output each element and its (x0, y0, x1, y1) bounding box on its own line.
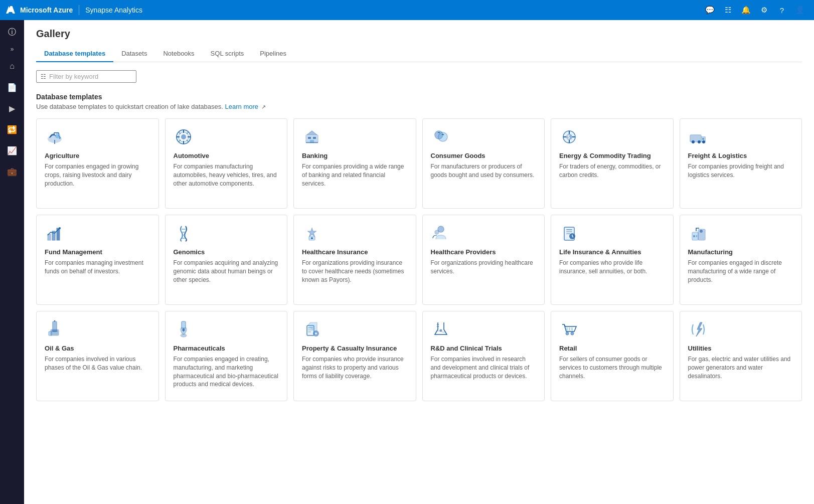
freight-desc: For companies providing freight and logi… (688, 162, 794, 180)
agriculture-desc: For companies engaged in growing crops, … (45, 162, 150, 188)
account-icon[interactable]: 👤 (792, 2, 808, 18)
manufacturing-desc: For companies engaged in discrete manufa… (688, 259, 794, 284)
sidebar-item-data[interactable]: 📄 (2, 77, 22, 97)
help-icon[interactable]: ? (774, 2, 790, 18)
azure-logo-icon (6, 6, 15, 15)
learn-more-link[interactable]: Learn more (225, 103, 258, 110)
svg-point-70 (439, 329, 442, 332)
topbar-divider (79, 5, 79, 15)
rd-clinical-desc: For companies involved in research and d… (431, 355, 537, 380)
tab-sql-scripts[interactable]: SQL scripts (203, 46, 252, 62)
sidebar-item-manage[interactable]: 💼 (2, 161, 22, 182)
svg-point-25 (698, 140, 701, 143)
agriculture-icon (45, 127, 65, 147)
healthcare-providers-icon (431, 223, 451, 243)
brand-name: Microsoft Azure (20, 6, 73, 14)
svg-text:$: $ (567, 134, 570, 140)
sidebar-item-integrate[interactable]: 🔁 (2, 119, 22, 139)
filter-input[interactable] (49, 73, 132, 80)
section-description: Use database templates to quickstart cre… (36, 103, 802, 110)
automotive-desc: For companies manufacturing automobiles,… (174, 162, 279, 188)
settings-icon[interactable]: ⚙ (756, 2, 772, 18)
template-card-consumer-goods[interactable]: Consumer Goods For manufacturers or prod… (422, 118, 545, 209)
layout: ⓘ » ⌂ 📄 ▶ 🔁 📈 💼 Gallery Database templat… (0, 20, 814, 504)
life-insurance-title: Life Insurance & Annuities (559, 248, 665, 256)
svg-point-40 (435, 230, 439, 234)
topbar-icons: 💬 ☷ 🔔 ⚙ ? 👤 (702, 2, 808, 18)
svg-rect-51 (693, 235, 695, 237)
oil-gas-title: Oil & Gas (45, 345, 150, 352)
sidebar-expand[interactable]: » (2, 43, 22, 55)
svg-point-50 (700, 230, 703, 233)
sidebar-item-develop[interactable]: ▶ (2, 98, 22, 118)
svg-rect-73 (566, 327, 568, 330)
svg-rect-63 (308, 329, 313, 330)
automotive-title: Automotive (174, 152, 279, 159)
template-card-life-insurance[interactable]: Life Insurance & Annuities For companies… (551, 215, 674, 305)
life-insurance-desc: For companies who provide life insurance… (559, 259, 665, 276)
template-card-property-casualty[interactable]: Property & Casualty Insurance For compan… (293, 311, 416, 401)
svg-rect-75 (571, 327, 573, 330)
svg-point-24 (692, 140, 695, 143)
template-card-rd-clinical[interactable]: R&D and Clinical Trials For companies in… (422, 311, 545, 401)
fund-management-icon (45, 223, 65, 243)
template-card-banking[interactable]: Banking For companies providing a wide r… (293, 118, 416, 209)
rd-clinical-title: R&D and Clinical Trials (431, 345, 537, 352)
topbar-product: Synapse Analytics (85, 6, 142, 14)
property-casualty-icon (302, 319, 322, 340)
svg-rect-64 (308, 331, 311, 332)
template-card-pharmaceuticals[interactable]: Pharmaceuticals For companies engaged in… (165, 311, 288, 401)
template-card-utilities[interactable]: Utilities For gas, electric and water ut… (680, 311, 802, 401)
template-card-genomics[interactable]: Genomics For companies acquiring and ana… (165, 215, 288, 305)
filter-icon: ☷ (41, 73, 46, 80)
healthcare-providers-title: Healthcare Providers (431, 248, 537, 256)
banking-desc: For companies providing a wide range of … (302, 162, 408, 188)
utilities-desc: For gas, electric and water utilities an… (688, 355, 794, 380)
template-card-retail[interactable]: Retail For sellers of consumer goods or … (551, 311, 674, 401)
svg-rect-57 (182, 321, 186, 328)
template-card-agriculture[interactable]: Agriculture For companies engaged in gro… (36, 118, 159, 209)
svg-rect-52 (696, 235, 697, 237)
pharmaceuticals-icon (174, 319, 194, 340)
sidebar-item-monitor[interactable]: 📈 (2, 140, 22, 160)
tab-pipelines[interactable]: Pipelines (252, 46, 294, 62)
svg-rect-74 (569, 327, 570, 330)
tab-notebooks[interactable]: Notebooks (155, 46, 202, 62)
portals-icon[interactable]: ☷ (720, 2, 736, 18)
filter-input-wrapper[interactable]: ☷ (36, 70, 136, 83)
svg-rect-15 (313, 137, 316, 139)
fund-management-desc: For companies managing investment funds … (45, 259, 150, 276)
genomics-desc: For companies acquiring and analyzing ge… (174, 259, 279, 284)
retail-desc: For sellers of consumer goods or service… (559, 355, 665, 380)
oil-gas-desc: For companies involved in various phases… (45, 355, 150, 372)
template-card-freight[interactable]: Freight & Logistics For companies provid… (680, 118, 802, 209)
template-card-oil-gas[interactable]: Oil & Gas For companies involved in vari… (36, 311, 159, 401)
pharmaceuticals-title: Pharmaceuticals (174, 345, 279, 352)
template-card-energy[interactable]: $ Energy & Commodity Trading For traders… (551, 118, 674, 209)
svg-rect-42 (566, 229, 572, 230)
tab-database-templates[interactable]: Database templates (36, 46, 113, 62)
energy-icon: $ (559, 127, 579, 147)
svg-point-72 (571, 332, 574, 335)
property-casualty-desc: For companies who provide insurance agai… (302, 355, 408, 380)
template-card-automotive[interactable]: Automotive For companies manufacturing a… (165, 118, 288, 209)
svg-point-1 (55, 133, 60, 138)
freight-title: Freight & Logistics (688, 152, 794, 159)
feedback-icon[interactable]: 💬 (702, 2, 718, 18)
template-card-healthcare-providers[interactable]: Healthcare Providers For organizations p… (422, 215, 545, 305)
retail-icon (559, 319, 579, 340)
sidebar-item-home[interactable]: ⌂ (2, 56, 22, 76)
template-card-fund-management[interactable]: Fund Management For companies managing i… (36, 215, 159, 305)
template-card-manufacturing[interactable]: Manufacturing For companies engaged in d… (680, 215, 802, 305)
svg-rect-62 (308, 327, 313, 328)
sidebar-item-info[interactable]: ⓘ (2, 22, 22, 42)
svg-point-19 (438, 132, 447, 141)
notifications-icon[interactable]: 🔔 (738, 2, 754, 18)
healthcare-insurance-title: Healthcare Insurance (302, 248, 408, 256)
tab-datasets[interactable]: Datasets (113, 46, 155, 62)
filter-bar: ☷ (36, 70, 802, 83)
topbar: Microsoft Azure Synapse Analytics 💬 ☷ 🔔 … (0, 0, 814, 20)
automotive-icon (174, 127, 194, 147)
template-grid-row1: Agriculture For companies engaged in gro… (36, 118, 802, 209)
template-card-healthcare-insurance[interactable]: Healthcare Insurance For organizations p… (293, 215, 416, 305)
